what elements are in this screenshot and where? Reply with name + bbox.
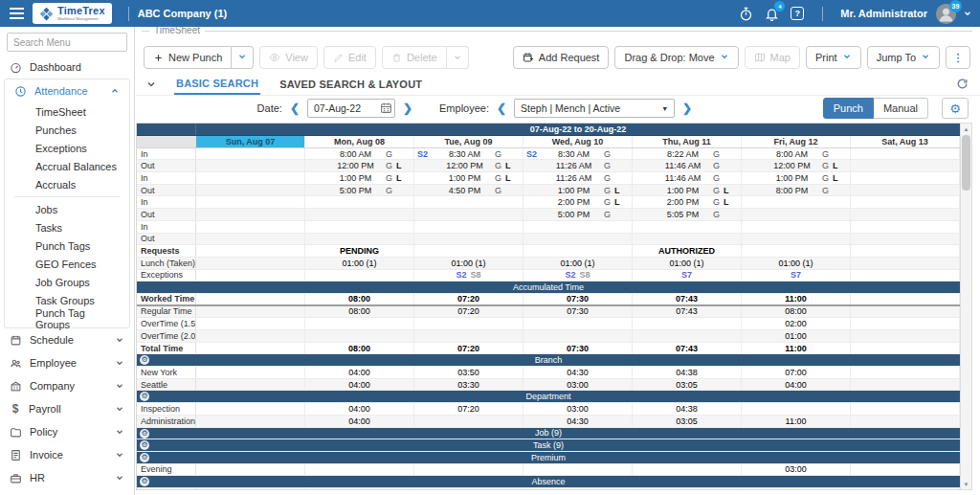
sidebar-item-payroll[interactable]: $Payroll: [0, 397, 134, 420]
punch-cell[interactable]: [305, 209, 414, 220]
sidebar-item-geo-fences[interactable]: GEO Fences: [5, 255, 129, 273]
punch-cell[interactable]: 1:00 PMGL: [414, 172, 523, 184]
settings-gear-icon[interactable]: ⚙: [942, 98, 969, 119]
punch-cell[interactable]: [851, 185, 960, 196]
punch-cell[interactable]: 12:00 PMGL: [414, 160, 523, 171]
timetrex-logo[interactable]: TimeTrex Workforce Management: [33, 3, 112, 24]
punch-cell[interactable]: 5:00 PMG: [305, 185, 414, 196]
punch-cell[interactable]: [196, 160, 305, 171]
punch-cell[interactable]: [851, 172, 960, 184]
sidebar-item-punch-tag-groups[interactable]: Punch Tag Groups: [5, 309, 129, 327]
section-settings-gear-icon[interactable]: ⚙: [140, 453, 149, 462]
exception-code-s2[interactable]: S2: [565, 270, 575, 280]
punch-cell[interactable]: 11:26 AMG: [523, 172, 633, 184]
day-header-4[interactable]: Thu, Aug 11: [633, 136, 742, 147]
jump-to-button[interactable]: Jump To: [867, 46, 940, 69]
tab-saved-search-layout[interactable]: SAVED SEARCH & LAYOUT: [278, 74, 424, 94]
punch-cell[interactable]: 4:50 PMG: [414, 185, 523, 196]
day-header-5[interactable]: Fri, Aug 12: [742, 136, 851, 147]
section-settings-gear-icon[interactable]: ⚙: [140, 477, 149, 486]
punch-cell[interactable]: 11:26 AMG: [523, 160, 633, 171]
punch-cell[interactable]: 8:00 AMG: [742, 148, 851, 160]
punch-cell[interactable]: [851, 234, 960, 245]
section-settings-gear-icon[interactable]: ⚙: [140, 355, 149, 365]
sidebar-item-invoice[interactable]: Invoice: [0, 443, 134, 466]
tab-basic-search[interactable]: BASIC SEARCH: [174, 73, 260, 95]
employee-prev-chevron-icon[interactable]: ❮: [495, 101, 508, 115]
punch-cell[interactable]: [851, 221, 960, 233]
punch-cell[interactable]: 8:22 AMG: [633, 148, 742, 160]
timer-icon[interactable]: [736, 4, 755, 23]
punch-cell[interactable]: 11:46 AMG: [633, 172, 742, 184]
delete-dropdown-button[interactable]: [447, 46, 469, 69]
punch-cell[interactable]: S28:30 AMG: [414, 148, 523, 160]
day-header-2[interactable]: Tue, Aug 09: [414, 136, 523, 147]
section-settings-gear-icon[interactable]: ⚙: [140, 429, 149, 439]
punch-cell[interactable]: [742, 221, 851, 233]
sidebar-item-punch-tags[interactable]: Punch Tags: [5, 236, 129, 255]
sidebar-item-policy[interactable]: Policy: [0, 420, 134, 443]
user-menu-chevron-down-icon[interactable]: [963, 9, 972, 18]
punch-cell[interactable]: [305, 234, 414, 245]
new-punch-dropdown-button[interactable]: [232, 46, 254, 69]
print-button[interactable]: Print: [806, 46, 861, 69]
sidebar-item-company[interactable]: Company: [0, 374, 134, 397]
punch-cell[interactable]: [196, 148, 305, 160]
exception-code-s7[interactable]: S7: [791, 270, 801, 280]
calendar-icon[interactable]: [380, 101, 392, 114]
exception-code-s7[interactable]: S7: [681, 270, 692, 280]
punch-cell[interactable]: [851, 148, 960, 160]
punch-cell[interactable]: [305, 196, 414, 208]
punch-cell[interactable]: [414, 234, 523, 245]
sidebar-item-punches[interactable]: Punches: [5, 121, 129, 139]
sidebar-item-tasks[interactable]: Tasks: [5, 218, 129, 236]
punch-cell[interactable]: [633, 221, 742, 233]
punch-cell[interactable]: 12:00 PMGL: [742, 160, 851, 171]
punch-cell[interactable]: [196, 172, 305, 184]
sidebar-item-accruals[interactable]: Accruals: [5, 175, 129, 193]
punch-exception-link[interactable]: S2: [417, 149, 434, 159]
more-options-kebab-icon[interactable]: ⋮: [946, 46, 970, 69]
delete-button[interactable]: Delete: [382, 46, 447, 69]
punch-cell[interactable]: [742, 209, 851, 220]
punch-cell[interactable]: [196, 234, 305, 245]
punch-cell[interactable]: [414, 221, 523, 233]
day-header-1[interactable]: Mon, Aug 08: [305, 136, 414, 147]
punch-cell[interactable]: [414, 209, 523, 220]
punch-cell[interactable]: [523, 221, 633, 233]
section-settings-gear-icon[interactable]: ⚙: [140, 440, 149, 450]
punch-cell[interactable]: [196, 196, 305, 208]
punch-cell[interactable]: 8:00 PMG: [742, 185, 851, 196]
punch-cell[interactable]: [742, 196, 851, 208]
search-input[interactable]: [7, 33, 127, 52]
drag-drop-mode-button[interactable]: Drag & Drop: Move: [614, 46, 738, 69]
sidebar-item-dashboard[interactable]: Dashboard: [0, 56, 134, 79]
punch-cell[interactable]: [196, 209, 305, 220]
day-header-6[interactable]: Sat, Aug 13: [851, 136, 960, 147]
scroll-down-arrow-icon[interactable]: ▼: [961, 479, 971, 489]
day-header-3[interactable]: Wed, Aug 10: [523, 136, 633, 147]
date-next-chevron-icon[interactable]: ❯: [401, 101, 414, 115]
sidebar-item-job-groups[interactable]: Job Groups: [5, 273, 129, 291]
section-settings-gear-icon[interactable]: ⚙: [140, 392, 149, 401]
punch-cell[interactable]: [523, 234, 633, 245]
vertical-scrollbar[interactable]: ▲ ▼: [960, 123, 972, 490]
refresh-icon[interactable]: [956, 78, 969, 90]
sidebar-item-timesheet[interactable]: TimeSheet: [5, 102, 129, 121]
punch-cell[interactable]: S28:30 AMG: [523, 148, 633, 160]
punch-cell[interactable]: 2:00 PMGL: [633, 196, 742, 208]
date-prev-chevron-icon[interactable]: ❮: [288, 101, 301, 115]
punch-cell[interactable]: 5:05 PMG: [633, 209, 742, 220]
hamburger-menu-icon[interactable]: [0, 8, 33, 19]
punch-cell[interactable]: 1:00 PMGL: [633, 185, 742, 196]
punch-cell[interactable]: [633, 234, 742, 245]
punch-cell[interactable]: [414, 196, 523, 208]
day-header-selected[interactable]: Sun, Aug 07: [196, 136, 305, 147]
punch-cell[interactable]: 1:00 PMGL: [742, 172, 851, 184]
punch-cell[interactable]: 11:46 AMG: [633, 160, 742, 171]
new-punch-button[interactable]: New Punch: [144, 46, 232, 69]
punch-cell[interactable]: [851, 160, 960, 171]
scrollbar-thumb[interactable]: [962, 135, 970, 191]
exception-code-s2[interactable]: S2: [456, 270, 466, 280]
notifications-bell-icon[interactable]: 4: [762, 4, 781, 23]
